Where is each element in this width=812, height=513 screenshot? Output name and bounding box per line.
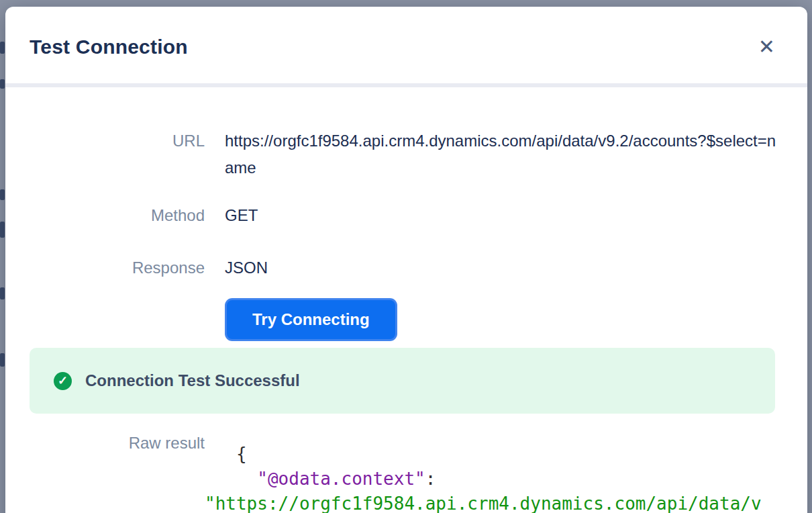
code-colon: :	[425, 469, 436, 489]
background-page-fragment	[0, 353, 5, 367]
background-page-fragment	[0, 222, 5, 238]
background-page-fragment	[0, 42, 5, 54]
background-page-fragment	[0, 189, 5, 200]
method-value: GET	[225, 205, 779, 226]
method-label: Method	[27, 205, 205, 226]
url-value: https://orgfc1f9584.api.crm4.dynamics.co…	[225, 128, 779, 181]
response-value: JSON	[225, 258, 779, 278]
try-connecting-button[interactable]: Try Connecting	[227, 300, 395, 339]
close-icon: ✕	[758, 36, 775, 58]
raw-result-label: Raw result	[27, 430, 205, 457]
check-circle-icon: ✓	[54, 372, 72, 390]
test-connection-modal: Test Connection ✕ URL https://orgfc1f958…	[5, 7, 807, 513]
background-page-fragment	[0, 287, 5, 299]
response-row: Response JSON	[27, 258, 779, 278]
raw-result-code: { "@odata.context": "https://orgfc1f9584…	[205, 442, 779, 513]
close-button[interactable]: ✕	[756, 37, 778, 57]
raw-result-row: Raw result { "@odata.context": "https://…	[27, 430, 779, 513]
url-label: URL	[27, 128, 205, 154]
code-line-brace: {	[205, 444, 247, 464]
success-banner-text: Connection Test Successful	[85, 371, 300, 390]
check-glyph: ✓	[58, 373, 68, 388]
response-label: Response	[27, 258, 205, 278]
button-row: Try Connecting	[27, 298, 779, 341]
modal-header: Test Connection ✕	[5, 7, 807, 83]
success-banner: ✓ Connection Test Successful	[30, 348, 775, 414]
modal-body: URL https://orgfc1f9584.api.crm4.dynamic…	[5, 87, 807, 513]
code-url-string: "https://orgfc1f9584.api.crm4.dynamics.c…	[205, 494, 762, 513]
method-row: Method GET	[27, 205, 779, 226]
page-title: Test Connection	[30, 36, 188, 58]
url-row: URL https://orgfc1f9584.api.crm4.dynamic…	[27, 128, 779, 181]
code-odata-key: "@odata.context"	[205, 469, 425, 489]
background-page-fragment	[0, 79, 5, 89]
